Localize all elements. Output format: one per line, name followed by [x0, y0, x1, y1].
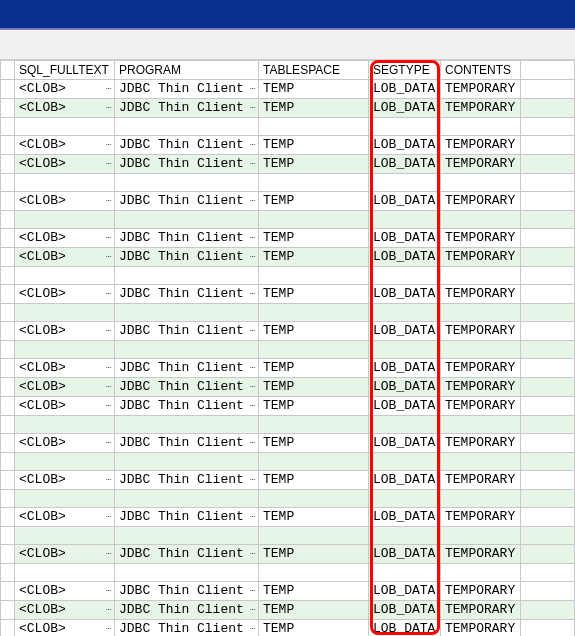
table-row[interactable]: <CLOB>⋯JDBC Thin Client⋯TEMPLOB_DATATEMP…	[1, 359, 575, 378]
cell-segtype[interactable]	[369, 211, 441, 229]
cell-program[interactable]	[115, 453, 259, 471]
cell-tablespace[interactable]	[259, 267, 369, 285]
row-gutter[interactable]	[1, 397, 15, 416]
row-gutter[interactable]	[1, 192, 15, 211]
cell-sql-fulltext[interactable]	[15, 453, 115, 471]
ellipsis-icon[interactable]: ⋯	[250, 82, 254, 96]
cell-tablespace[interactable]	[259, 453, 369, 471]
cell-sql-fulltext[interactable]: <CLOB>⋯	[15, 229, 115, 248]
table-row[interactable]: <CLOB>⋯JDBC Thin Client⋯TEMPLOB_DATATEMP…	[1, 248, 575, 267]
cell-segtype[interactable]	[369, 564, 441, 582]
cell-tablespace[interactable]	[259, 527, 369, 545]
row-gutter[interactable]	[1, 99, 15, 118]
cell-tablespace[interactable]: TEMP	[259, 285, 369, 304]
cell-contents[interactable]: TEMPORARY	[441, 508, 521, 527]
cell-contents[interactable]	[441, 118, 521, 136]
cell-segtype[interactable]: LOB_DATA	[369, 601, 441, 620]
cell-program[interactable]	[115, 416, 259, 434]
cell-contents[interactable]	[441, 267, 521, 285]
cell-segtype[interactable]: LOB_DATA	[369, 378, 441, 397]
ellipsis-icon[interactable]: ⋯	[106, 436, 110, 450]
cell-program[interactable]	[115, 267, 259, 285]
cell-sql-fulltext[interactable]	[15, 174, 115, 192]
cell-tablespace[interactable]	[259, 564, 369, 582]
cell-tablespace[interactable]: TEMP	[259, 434, 369, 453]
ellipsis-icon[interactable]: ⋯	[250, 250, 254, 264]
row-gutter[interactable]	[1, 434, 15, 453]
cell-segtype[interactable]	[369, 490, 441, 508]
cell-segtype[interactable]	[369, 267, 441, 285]
cell-segtype[interactable]: LOB_DATA	[369, 359, 441, 378]
ellipsis-icon[interactable]: ⋯	[106, 287, 110, 301]
cell-tablespace[interactable]: TEMP	[259, 322, 369, 341]
row-gutter[interactable]	[1, 229, 15, 248]
cell-sql-fulltext[interactable]: <CLOB>⋯	[15, 322, 115, 341]
table-row[interactable]	[1, 267, 575, 285]
cell-contents[interactable]: TEMPORARY	[441, 248, 521, 267]
row-gutter[interactable]	[1, 378, 15, 397]
table-row[interactable]: <CLOB>⋯JDBC Thin Client⋯TEMPLOB_DATATEMP…	[1, 322, 575, 341]
cell-tablespace[interactable]: TEMP	[259, 136, 369, 155]
ellipsis-icon[interactable]: ⋯	[106, 194, 110, 208]
cell-sql-fulltext[interactable]: <CLOB>⋯	[15, 248, 115, 267]
cell-sql-fulltext[interactable]: <CLOB>⋯	[15, 508, 115, 527]
table-row[interactable]: <CLOB>⋯JDBC Thin Client⋯TEMPLOB_DATATEMP…	[1, 545, 575, 564]
row-gutter[interactable]	[1, 174, 15, 192]
cell-contents[interactable]: TEMPORARY	[441, 582, 521, 601]
table-row[interactable]: <CLOB>⋯JDBC Thin Client⋯TEMPLOB_DATATEMP…	[1, 582, 575, 601]
cell-tablespace[interactable]	[259, 211, 369, 229]
cell-contents[interactable]: TEMPORARY	[441, 155, 521, 174]
row-gutter[interactable]	[1, 620, 15, 637]
cell-segtype[interactable]: LOB_DATA	[369, 582, 441, 601]
cell-sql-fulltext[interactable]: <CLOB>⋯	[15, 99, 115, 118]
cell-contents[interactable]	[441, 564, 521, 582]
ellipsis-icon[interactable]: ⋯	[250, 622, 254, 636]
cell-segtype[interactable]: LOB_DATA	[369, 322, 441, 341]
cell-program[interactable]: JDBC Thin Client⋯	[115, 359, 259, 378]
cell-segtype[interactable]: LOB_DATA	[369, 80, 441, 99]
table-row[interactable]: <CLOB>⋯JDBC Thin Client⋯TEMPLOB_DATATEMP…	[1, 285, 575, 304]
cell-segtype[interactable]: LOB_DATA	[369, 192, 441, 211]
cell-contents[interactable]: TEMPORARY	[441, 471, 521, 490]
row-gutter[interactable]	[1, 211, 15, 229]
row-gutter[interactable]	[1, 80, 15, 99]
header-sql-fulltext[interactable]: SQL_FULLTEXT	[15, 61, 115, 80]
ellipsis-icon[interactable]: ⋯	[250, 361, 254, 375]
row-gutter[interactable]	[1, 545, 15, 564]
cell-program[interactable]: JDBC Thin Client⋯	[115, 155, 259, 174]
cell-contents[interactable]: TEMPORARY	[441, 397, 521, 416]
table-row[interactable]	[1, 118, 575, 136]
cell-sql-fulltext[interactable]: <CLOB>⋯	[15, 80, 115, 99]
cell-contents[interactable]: TEMPORARY	[441, 80, 521, 99]
cell-contents[interactable]: TEMPORARY	[441, 359, 521, 378]
cell-tablespace[interactable]: TEMP	[259, 229, 369, 248]
cell-program[interactable]: JDBC Thin Client⋯	[115, 471, 259, 490]
table-row[interactable]	[1, 174, 575, 192]
row-gutter[interactable]	[1, 359, 15, 378]
cell-sql-fulltext[interactable]: <CLOB>⋯	[15, 582, 115, 601]
cell-tablespace[interactable]	[259, 174, 369, 192]
ellipsis-icon[interactable]: ⋯	[106, 250, 110, 264]
row-gutter[interactable]	[1, 155, 15, 174]
cell-sql-fulltext[interactable]	[15, 267, 115, 285]
row-gutter[interactable]	[1, 322, 15, 341]
cell-contents[interactable]: TEMPORARY	[441, 285, 521, 304]
ellipsis-icon[interactable]: ⋯	[250, 138, 254, 152]
row-gutter[interactable]	[1, 285, 15, 304]
cell-program[interactable]: JDBC Thin Client⋯	[115, 99, 259, 118]
cell-program[interactable]: JDBC Thin Client⋯	[115, 508, 259, 527]
ellipsis-icon[interactable]: ⋯	[250, 324, 254, 338]
cell-tablespace[interactable]	[259, 490, 369, 508]
cell-segtype[interactable]: LOB_DATA	[369, 229, 441, 248]
row-gutter[interactable]	[1, 601, 15, 620]
table-row[interactable]: <CLOB>⋯JDBC Thin Client⋯TEMPLOB_DATATEMP…	[1, 397, 575, 416]
cell-contents[interactable]: TEMPORARY	[441, 322, 521, 341]
cell-sql-fulltext[interactable]: <CLOB>⋯	[15, 545, 115, 564]
table-row[interactable]: <CLOB>⋯JDBC Thin Client⋯TEMPLOB_DATATEMP…	[1, 229, 575, 248]
cell-program[interactable]: JDBC Thin Client⋯	[115, 248, 259, 267]
cell-contents[interactable]	[441, 453, 521, 471]
cell-tablespace[interactable]	[259, 416, 369, 434]
table-row[interactable]: <CLOB>⋯JDBC Thin Client⋯TEMPLOB_DATATEMP…	[1, 508, 575, 527]
ellipsis-icon[interactable]: ⋯	[106, 138, 110, 152]
cell-sql-fulltext[interactable]	[15, 304, 115, 322]
